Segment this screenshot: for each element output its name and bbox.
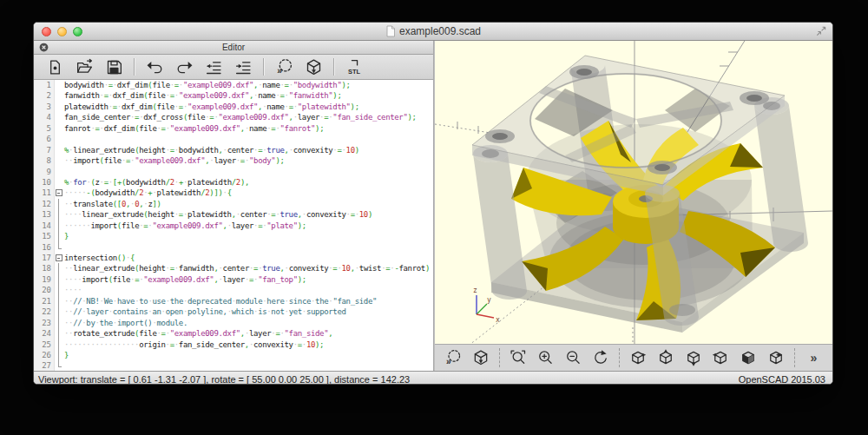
zoom-window-button[interactable]: [73, 27, 82, 36]
toolbar-separator: [619, 348, 620, 367]
code-text: [62, 167, 433, 177]
view-bottom-button[interactable]: [680, 346, 707, 369]
indent-button[interactable]: [228, 56, 258, 78]
line-number: 3: [34, 102, 55, 112]
main-area: Editor »STL 1bodywidth·=·dxf_dim(file·=·…: [34, 41, 832, 371]
code-text: ··//·by·the·import()·module.: [62, 318, 433, 328]
code-text: [62, 134, 433, 144]
code-line: 10%·for·(z·=·[+(bodywidth/2·+·platewidth…: [34, 177, 433, 188]
code-editor[interactable]: 1bodywidth·=·dxf_dim(file·=·"example009.…: [34, 80, 433, 371]
preview-button[interactable]: »: [269, 56, 299, 78]
fold-gutter: [55, 90, 62, 101]
line-number: 16: [34, 242, 55, 253]
fold-gutter: [55, 134, 62, 144]
line-number: 21: [34, 296, 55, 306]
line-number: 1: [34, 80, 55, 90]
render-button[interactable]: [467, 346, 495, 369]
fold-toggle[interactable]: [55, 188, 62, 198]
export-stl-button[interactable]: STL: [339, 56, 369, 78]
close-icon: [38, 42, 49, 53]
fold-gutter: [55, 155, 62, 166]
code-line: 24··rotate_extrude(file·=·"example009.dx…: [34, 328, 433, 339]
zoom-in-icon: [536, 349, 554, 366]
code-text: fan_side_center·=·dxf_cross(file·=·"exam…: [62, 112, 433, 122]
save-file-button[interactable]: [99, 56, 128, 78]
fullscreen-icon[interactable]: [815, 25, 827, 37]
toolbar-separator: [333, 58, 334, 76]
redo-button[interactable]: [169, 56, 199, 78]
view-left-button[interactable]: [707, 346, 734, 369]
preview-icon: »: [275, 58, 293, 76]
editor-toolbar: »STL: [34, 55, 433, 80]
zoom-out-button[interactable]: [559, 346, 587, 369]
window-title-area: example009.scad: [34, 25, 832, 37]
line-number: 27: [34, 360, 55, 371]
editor-panel-title: Editor: [34, 43, 433, 52]
code-text: ··translate([0,·0,·z]): [62, 199, 433, 209]
code-text: }: [62, 350, 433, 360]
code-line: 22··//·layer·contains·an·open·polyline,·…: [34, 306, 433, 317]
code-line: 8··import(file·=·"example009.dxf",·layer…: [34, 155, 433, 166]
reset-view-button[interactable]: [587, 346, 615, 369]
statusbar: Viewport: translate = [ 0.61 -1.31 -2.07…: [34, 371, 832, 385]
code-line: 5fanrot·=·dxf_dim(file·=·"example009.dxf…: [34, 123, 433, 134]
viewport-pane[interactable]: z y x »»: [435, 41, 832, 371]
code-line: 3platewidth·=·dxf_dim(file·=·"example009…: [34, 102, 433, 112]
editor-close-button[interactable]: [38, 42, 49, 53]
fan-model: [472, 56, 808, 333]
code-text: %·linear_extrude(height·=·bodywidth,·cen…: [62, 145, 433, 155]
zoom-all-button[interactable]: [504, 346, 532, 369]
close-window-button[interactable]: [42, 27, 51, 36]
view-top-button[interactable]: [652, 346, 680, 369]
zoom-all-icon: [510, 349, 527, 366]
reset-view-icon: [592, 349, 609, 366]
fold-gutter: [55, 285, 62, 295]
minimize-window-button[interactable]: [57, 27, 67, 36]
new-file-button[interactable]: [40, 56, 69, 78]
open-file-button[interactable]: [69, 56, 99, 78]
toolbar-separator: [263, 58, 264, 76]
titlebar[interactable]: example009.scad: [34, 23, 832, 41]
code-line: 21··//·NB!·We·have·to·use·the·deprecated…: [34, 296, 433, 306]
status-version-text: OpenSCAD 2015.03: [739, 374, 825, 385]
code-line: 9: [34, 167, 433, 177]
render-button[interactable]: [299, 56, 328, 78]
unindent-button[interactable]: [199, 56, 228, 78]
line-number: 25: [34, 339, 55, 350]
code-text: ····: [62, 285, 433, 295]
fold-toggle[interactable]: [55, 253, 62, 263]
code-text: [62, 242, 433, 253]
fold-gutter: [55, 231, 62, 241]
view-diagonal-icon: [740, 349, 757, 366]
svg-text:»: »: [277, 65, 282, 76]
line-number: 10: [34, 177, 55, 188]
fold-gutter: [55, 80, 62, 90]
svg-text:»: »: [446, 357, 451, 366]
document-icon: [385, 25, 396, 37]
fold-gutter: [55, 318, 62, 328]
3d-scene[interactable]: z y x: [435, 41, 832, 345]
view-center-button[interactable]: [762, 346, 790, 369]
zoom-in-button[interactable]: [531, 346, 559, 369]
toolbar-overflow-button[interactable]: »: [799, 346, 828, 369]
fold-gutter: [55, 339, 62, 350]
undo-button[interactable]: [140, 56, 169, 78]
svg-text:STL: STL: [348, 67, 360, 75]
code-line: 6: [34, 134, 433, 144]
axis-x-label: x: [496, 316, 500, 324]
line-number: 12: [34, 199, 55, 209]
code-line: 19····import(file·=·"example009.dxf",·la…: [34, 274, 433, 285]
view-bottom-icon: [685, 349, 702, 366]
line-number: 7: [34, 145, 55, 155]
line-number: 11: [34, 188, 55, 198]
openscad-window: example009.scad Editor »STL 1bodywidth·=: [33, 22, 833, 385]
fold-gutter: [55, 145, 62, 155]
code-text: %·for·(z·=·[+(bodywidth/2·+·platewidth/2…: [62, 177, 433, 188]
fold-gutter: [55, 112, 62, 122]
view-right-button[interactable]: [624, 346, 652, 369]
preview-button[interactable]: »: [439, 346, 467, 369]
fold-gutter: [55, 209, 62, 220]
view-diagonal-button[interactable]: [734, 346, 762, 369]
code-text: ····linear_extrude(height·=·platewidth,·…: [62, 209, 433, 220]
render-icon: [305, 58, 323, 76]
